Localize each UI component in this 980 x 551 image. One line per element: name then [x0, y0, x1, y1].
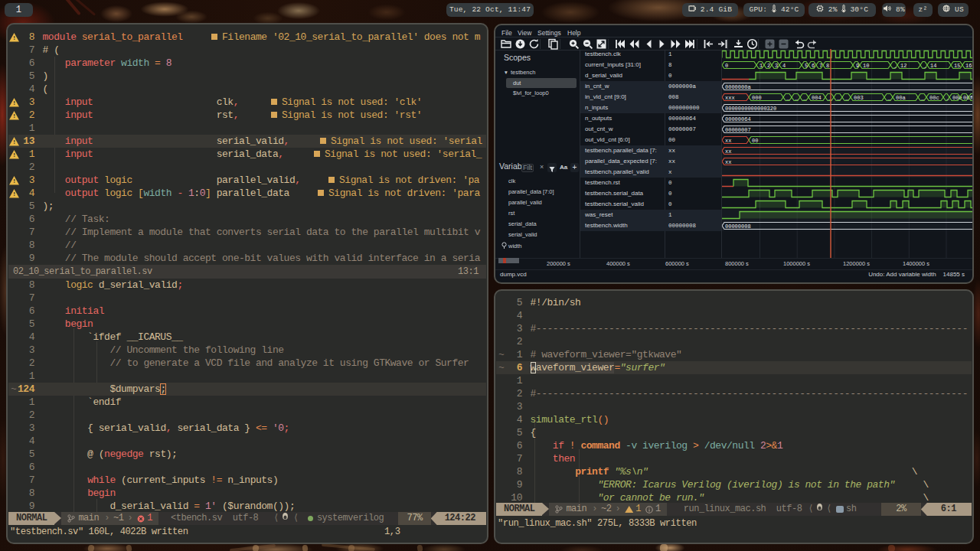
svg-text:000: 000: [752, 95, 762, 101]
svg-text:7: 7: [819, 63, 822, 69]
svg-text:00000007: 00000007: [725, 127, 751, 133]
svg-text:00c: 00c: [929, 95, 939, 101]
svg-text:15: 15: [954, 63, 960, 69]
svg-text:00000064: 00000064: [725, 116, 751, 122]
svg-text:004: 004: [812, 95, 822, 101]
svg-text:_: _: [794, 95, 799, 101]
svg-text:_: _: [923, 63, 927, 69]
svg-text:00: 00: [752, 138, 758, 144]
svg-text:00000008: 00000008: [725, 223, 751, 230]
svg-text:6: 6: [812, 63, 815, 69]
svg-text:12: 12: [900, 63, 906, 69]
svg-text:0: 0: [725, 63, 728, 69]
svg-text:14: 14: [930, 63, 936, 69]
svg-text:xxx: xxx: [725, 95, 735, 101]
svg-text:_: _: [893, 63, 897, 69]
svg-text:8: 8: [826, 63, 829, 69]
svg-text:0000000a: 0000000a: [725, 84, 751, 90]
svg-text:2: 2: [767, 63, 770, 69]
svg-text:_: _: [836, 95, 841, 101]
svg-text:5: 5: [805, 63, 808, 69]
svg-text:3: 3: [775, 63, 778, 69]
svg-text:xx: xx: [725, 148, 731, 155]
svg-text:_: _: [844, 95, 849, 101]
svg-text:010: 010: [972, 95, 974, 101]
svg-text:_: _: [887, 95, 891, 101]
svg-text:_: _: [786, 95, 790, 101]
svg-text:0000000000000320: 0000000000000320: [725, 106, 776, 112]
svg-text:_: _: [802, 95, 807, 101]
svg-text:4: 4: [782, 63, 786, 69]
svg-text:003: 003: [854, 95, 864, 101]
svg-text:10: 10: [863, 63, 869, 69]
svg-text:9: 9: [856, 63, 859, 69]
svg-text:00a: 00a: [896, 95, 906, 101]
svg-text:1: 1: [760, 63, 763, 69]
svg-text:_: _: [920, 95, 925, 101]
svg-text:xx: xx: [725, 138, 731, 144]
svg-text:16: 16: [965, 63, 972, 69]
svg-text:xx: xx: [725, 159, 731, 165]
svg-text:_: _: [828, 95, 832, 101]
